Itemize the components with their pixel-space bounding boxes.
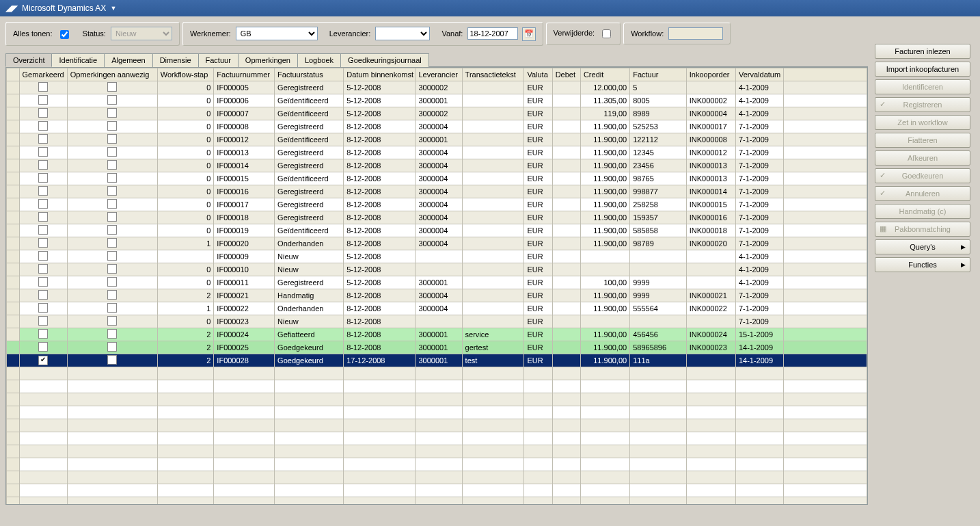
cell-ttekst[interactable]	[462, 133, 524, 146]
cell-factuur[interactable]: 456456	[630, 328, 687, 341]
cell-opm[interactable]	[67, 211, 157, 224]
table-row[interactable]: 0IF000005Geregistreerd5-12-20083000002EU…	[7, 81, 867, 94]
cell-factuur[interactable]: 12345	[630, 146, 687, 159]
action-query-s[interactable]: Query's▶	[875, 239, 970, 254]
cell-lev[interactable]: 3000001	[416, 276, 462, 289]
verwijderde-checkbox[interactable]	[602, 29, 611, 38]
cell-opm[interactable]	[67, 276, 157, 289]
cell-inkoop[interactable]: INK000020	[686, 237, 735, 250]
workflow-input[interactable]	[668, 27, 723, 40]
tab-goedkeuringsjournaal[interactable]: Goedkeuringsjournaal	[340, 53, 429, 67]
cell-datum[interactable]: 8-12-2008	[344, 315, 416, 328]
cell-debet[interactable]	[552, 120, 580, 133]
action-import-inkoopfacturen[interactable]: Import inkoopfacturen	[875, 62, 970, 77]
cell-ttekst[interactable]	[462, 211, 524, 224]
cell-credit[interactable]: 100,00	[580, 276, 629, 289]
cell-opm[interactable]	[67, 315, 157, 328]
col-header-extra[interactable]	[784, 68, 867, 81]
cell-verval[interactable]: 14-1-2009	[735, 341, 783, 354]
table-row[interactable]: IF000009Nieuw5-12-2008EUR4-1-2009	[7, 250, 867, 263]
cell-fnr[interactable]: IF000017	[214, 198, 275, 211]
cell-extra[interactable]	[784, 315, 867, 328]
cell-verval[interactable]: 4-1-2009	[735, 81, 783, 94]
cell-inkoop[interactable]: INK000018	[686, 224, 735, 237]
cell-extra[interactable]	[784, 107, 867, 120]
cell-fnr[interactable]: IF000022	[214, 302, 275, 315]
cell-val[interactable]: EUR	[524, 211, 552, 224]
cell-wfstap[interactable]: 0	[157, 211, 214, 224]
cell-fstat[interactable]: Geregistreerd	[275, 120, 344, 133]
cell-fnr[interactable]: IF000016	[214, 185, 275, 198]
checkbox-icon[interactable]	[107, 199, 117, 209]
app-menu-dropdown-icon[interactable]: ▼	[110, 5, 116, 12]
cell-lev[interactable]: 3000001	[416, 328, 462, 341]
cell-ttekst[interactable]: test	[462, 354, 524, 367]
cell-val[interactable]: EUR	[524, 328, 552, 341]
cell-wfstap[interactable]: 0	[157, 276, 214, 289]
cell-extra[interactable]	[784, 159, 867, 172]
checkbox-icon[interactable]	[38, 199, 48, 209]
col-header-debet[interactable]: Debet	[552, 68, 580, 81]
cell-inkoop[interactable]: INK000004	[686, 107, 735, 120]
checkbox-icon[interactable]	[107, 290, 117, 300]
cell-lev[interactable]: 3000002	[416, 107, 462, 120]
cell-debet[interactable]	[552, 302, 580, 315]
status-select[interactable]: Nieuw	[111, 27, 172, 40]
cell-factuur[interactable]: 8005	[630, 94, 687, 107]
checkbox-icon[interactable]	[38, 303, 48, 313]
row-selector[interactable]	[7, 250, 20, 263]
cell-inkoop[interactable]	[686, 250, 735, 263]
cell-debet[interactable]	[552, 328, 580, 341]
cell-datum[interactable]: 8-12-2008	[344, 172, 416, 185]
cell-opm[interactable]	[67, 237, 157, 250]
cell-debet[interactable]	[552, 81, 580, 94]
cell-credit[interactable]: 119,00	[580, 107, 629, 120]
cell-debet[interactable]	[552, 146, 580, 159]
checkbox-icon[interactable]	[38, 95, 48, 105]
table-row[interactable]: 0IF000013Geregistreerd8-12-20083000004EU…	[7, 146, 867, 159]
cell-factuur[interactable]: 122112	[630, 133, 687, 146]
cell-credit[interactable]: 11.900,00	[580, 237, 629, 250]
cell-opm[interactable]	[67, 107, 157, 120]
cell-ttekst[interactable]	[462, 172, 524, 185]
tab-dimensie[interactable]: Dimensie	[152, 53, 199, 67]
cell-datum[interactable]: 8-12-2008	[344, 120, 416, 133]
cell-credit[interactable]: 11.900,00	[580, 302, 629, 315]
cell-inkoop[interactable]: INK000021	[686, 289, 735, 302]
row-selector[interactable]	[7, 172, 20, 185]
col-header-fnr[interactable]: Factuurnummer	[214, 68, 275, 81]
row-selector[interactable]	[7, 185, 20, 198]
action-zet-in-workflow[interactable]: Zet in workflow	[875, 115, 970, 130]
cell-ttekst[interactable]	[462, 159, 524, 172]
cell-wfstap[interactable]: 0	[157, 120, 214, 133]
cell-fstat[interactable]: Geïdentificeerd	[275, 172, 344, 185]
cell-lev[interactable]	[416, 315, 462, 328]
cell-factuur[interactable]: 8989	[630, 107, 687, 120]
cell-credit[interactable]: 11.900,00	[580, 328, 629, 341]
cell-verval[interactable]: 7-1-2009	[735, 315, 783, 328]
cell-fnr[interactable]: IF000014	[214, 159, 275, 172]
cell-wfstap[interactable]: 0	[157, 146, 214, 159]
row-selector[interactable]	[7, 328, 20, 341]
cell-factuur[interactable]: 23456	[630, 159, 687, 172]
cell-fstat[interactable]: Nieuw	[275, 315, 344, 328]
cell-lev[interactable]: 3000004	[416, 198, 462, 211]
cell-credit[interactable]: 11.900,00	[580, 146, 629, 159]
cell-datum[interactable]: 8-12-2008	[344, 224, 416, 237]
cell-opm[interactable]	[67, 146, 157, 159]
cell-fnr[interactable]: IF000011	[214, 276, 275, 289]
checkbox-icon[interactable]	[38, 173, 48, 183]
cell-fstat[interactable]: Geregistreerd	[275, 276, 344, 289]
cell-mark[interactable]	[19, 237, 67, 250]
checkbox-icon[interactable]	[38, 212, 48, 222]
cell-debet[interactable]	[552, 354, 580, 367]
table-row[interactable]: 0IF000012Geïdentificeerd8-12-20083000001…	[7, 133, 867, 146]
cell-wfstap[interactable]: 2	[157, 354, 214, 367]
cell-lev[interactable]: 3000001	[416, 354, 462, 367]
cell-fnr[interactable]: IF000028	[214, 354, 275, 367]
cell-debet[interactable]	[552, 341, 580, 354]
cell-fstat[interactable]: Goedgekeurd	[275, 354, 344, 367]
cell-verval[interactable]: 4-1-2009	[735, 276, 783, 289]
row-selector[interactable]	[7, 198, 20, 211]
cell-verval[interactable]: 15-1-2009	[735, 328, 783, 341]
